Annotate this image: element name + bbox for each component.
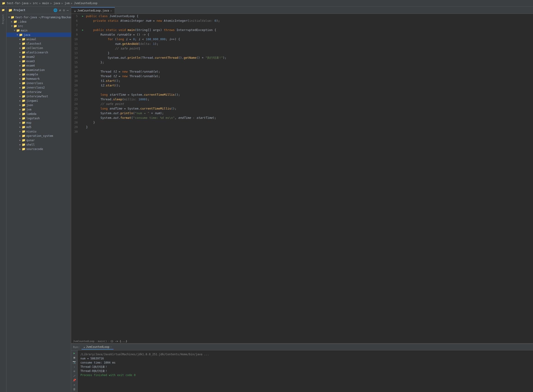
project-icon: 📁 (2, 2, 5, 5)
expand-run-button[interactable]: ⤢ (72, 374, 77, 378)
sidebar-item-java[interactable]: ▼📁java (6, 33, 71, 37)
tree-label-jvm: jvm (26, 108, 31, 111)
sidebar-toolbar-collapse[interactable]: — (66, 8, 69, 13)
sidebar-toolbar-settings[interactable]: ⚙ (62, 8, 65, 13)
editor-tab-jvmcountedloop[interactable]: ☕ JvmCountedLoop.java ✕ (71, 7, 115, 14)
tree-label-example: example (26, 73, 38, 76)
close-run-panel-button[interactable]: ✕ (72, 383, 77, 387)
sidebar-item-json[interactable]: ▶📁json (6, 103, 71, 107)
sidebar-item-classtest[interactable]: ▶📁classtest (6, 41, 71, 46)
sidebar-item-jvm[interactable]: ▶📁jvm (6, 107, 71, 112)
line-number-23: 23 (71, 97, 80, 102)
code-line-14: 14 System.out.println(Thread.currentThre… (71, 56, 533, 60)
tree-icon-innerclass2: 📁 (22, 86, 25, 89)
run-button[interactable]: ▶ (72, 351, 77, 355)
line-gutter-5[interactable]: ▶ (80, 14, 85, 19)
breadcrumb-class: JvmCountedLoop (74, 2, 97, 5)
line-gutter-8[interactable]: ▶ (80, 28, 85, 32)
sidebar-item-elasticsearch[interactable]: ▶📁elasticsearch (6, 50, 71, 55)
rerun-screenshot-button[interactable]: 📷 (72, 360, 77, 364)
sidebar-item-md5[interactable]: ▶📁md5 (6, 125, 71, 129)
breadcrumb-project: test-for-java (7, 2, 28, 5)
tree-arrow-root: ▼ (7, 16, 11, 19)
line-content-5: public class JvmCountedLoop { (85, 14, 533, 19)
stop-button[interactable]: ■ (72, 356, 77, 360)
code-line-6: 6 private static AtomicInteger num = new… (71, 19, 533, 23)
tree-icon-logstash: 📁 (22, 117, 25, 120)
tree-label-exam2: exam2 (26, 55, 35, 58)
sidebar-toolbar-sync[interactable]: ⇄ (59, 8, 61, 13)
tree-arrow-elasticsearch: ▶ (19, 51, 22, 54)
trash-button[interactable]: 🗑 (72, 387, 77, 391)
tree-icon-animal: 📁 (22, 37, 25, 41)
sidebar-toolbar-globe[interactable]: 🌐 (53, 8, 58, 13)
line-number-8: 8 (71, 28, 80, 32)
pin-run-button[interactable]: 📌 (72, 378, 77, 382)
line-content-24: // safe point (85, 102, 533, 106)
sep4: ▶ (61, 2, 63, 5)
tree-icon-md5: 📁 (22, 125, 25, 129)
line-content-23: Thread.sleep(millis: 1000); (85, 97, 533, 102)
tree-label-homework: homework (26, 77, 40, 80)
sidebar-item-exam4[interactable]: ▶📁exam4 (6, 63, 71, 68)
sidebar-item-homework[interactable]: ▶📁homework (6, 76, 71, 81)
tree-icon-root: 📁 (11, 15, 14, 19)
sidebar-item-logstash[interactable]: ▶📁logstash (6, 116, 71, 120)
sidebar-item-animal[interactable]: ▶📁animal (6, 37, 71, 41)
tree-label-jingwei: jingwei (26, 99, 38, 103)
run-panel-tab-jvmcountedloop[interactable]: ☕ JvmCountedLoop ✕ (82, 345, 113, 350)
sidebar-item-lambda[interactable]: ▶📁lambda (6, 112, 71, 116)
code-line-24: 24 // safe point (71, 102, 533, 106)
sidebar-item-example[interactable]: ▶📁example (6, 72, 71, 76)
sidebar-item-exam3[interactable]: ▶📁exam3 (6, 59, 71, 63)
run-output: /Library/Java/JavaVirtualMachines/jdk1.8… (78, 350, 533, 392)
tree-icon-exam3: 📁 (22, 59, 25, 63)
line-content-18: Thread t2 = new Thread(runnable); (85, 74, 533, 79)
sidebar-item-jingwei[interactable]: ▶📁jingwei (6, 98, 71, 103)
sidebar-item-sourcecode[interactable]: ▶📁sourcecode (6, 147, 71, 151)
tree-icon-exam4: 📁 (22, 64, 25, 67)
sidebar-item-examination[interactable]: ▶📁examination (6, 68, 71, 72)
sidebar-item-innerclass2[interactable]: ▶📁innerclass2 (6, 85, 71, 90)
sidebar-item-collection[interactable]: ▶📁collection (6, 46, 71, 50)
sidebar-item-map[interactable]: ▶📁map (6, 120, 71, 125)
line-content-6: private static AtomicInteger num = new A… (85, 19, 533, 23)
line-content-10: for (long i = 0; i < 100_000_000; i++) { (85, 37, 533, 42)
sidebar-item-main[interactable]: ▼📁main (6, 28, 71, 33)
line-content-8: public static void main(String[] args) t… (85, 28, 533, 32)
breadcrumb-sep2: › (108, 340, 110, 343)
sidebar-item-operation_system[interactable]: ▶📁operation_system (6, 134, 71, 138)
line-number-19: 19 (71, 79, 80, 83)
run-tab-icon: ☕ (84, 345, 85, 349)
sidebar-item-src[interactable]: ▼📁src (6, 24, 71, 28)
sidebar-item-interviewTest[interactable]: ▶📁interviewTest (6, 94, 71, 98)
line-content-9: Runnable runnable = () -> { (85, 32, 533, 37)
tree-arrow-interview: ▶ (19, 91, 22, 93)
sidebar-item-root[interactable]: ▼📁test-for-java ~/Programming/Backend/Ja… (6, 15, 71, 19)
sidebar-item-idea[interactable]: ▶📁.idea (6, 19, 71, 24)
sep3: ▶ (50, 2, 52, 5)
tree-arrow-innerclass2: ▶ (19, 86, 22, 89)
run-tab-close[interactable]: ✕ (110, 345, 112, 348)
sidebar-item-niuniu[interactable]: ▶📁niuniu (6, 129, 71, 134)
scroll-down-button[interactable]: ⇣ (72, 365, 77, 369)
sidebar-item-interview[interactable]: ▶📁interview (6, 90, 71, 94)
line-number-27: 27 (71, 116, 80, 120)
sidebar-item-exam2[interactable]: ▶📁exam2 (6, 55, 71, 59)
tree-icon-operation_system: 📁 (22, 134, 25, 138)
activity-bar: 📁 Project (0, 6, 6, 392)
line-number-28: 28 (71, 120, 80, 125)
sidebar-item-shell[interactable]: ▶📁shell (6, 142, 71, 147)
tab-close-button[interactable]: ✕ (111, 9, 112, 12)
editor-content[interactable]: 5▶public class JvmCountedLoop {6 private… (71, 14, 533, 343)
line-content-13: } (85, 51, 533, 56)
tree-icon-homework: 📁 (22, 77, 25, 80)
activity-project-button[interactable]: 📁 (1, 7, 6, 13)
settings-run-button[interactable]: ⚙ (72, 369, 77, 373)
sidebar-item-qunar[interactable]: ▶📁qunar (6, 138, 71, 142)
code-line-21: 21 (71, 88, 533, 93)
sidebar-item-innerclass[interactable]: ▶📁innerclass (6, 81, 71, 85)
editor-area: ☕ JvmCountedLoop.java ✕ 5▶public class J… (71, 6, 533, 392)
tree-arrow-niuniu: ▶ (19, 130, 22, 133)
sidebar-tree[interactable]: ▼📁test-for-java ~/Programming/Backend/Ja… (6, 14, 71, 392)
